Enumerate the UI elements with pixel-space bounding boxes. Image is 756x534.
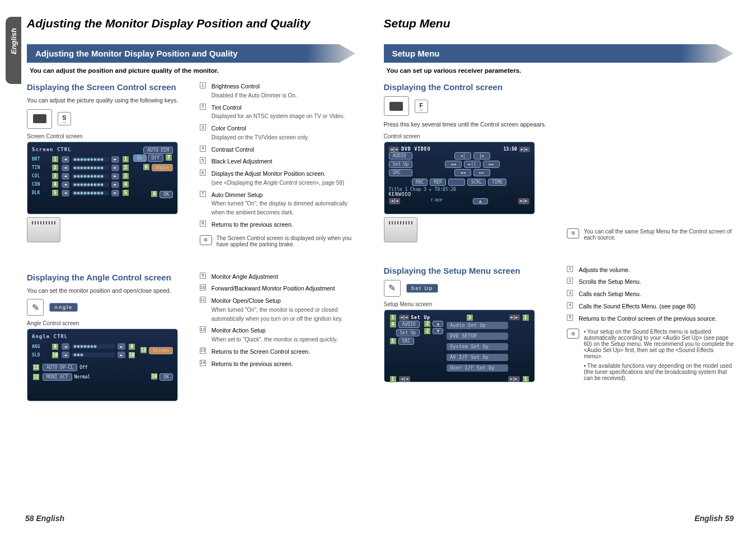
page-title-right: Setup Menu [384,17,734,30]
con-label: CON [32,182,49,187]
time-button: TIME [488,179,506,186]
pbc-button: PBC [412,179,428,186]
device-icon-right [384,96,409,116]
menu-system-setup: System Set Up [447,343,508,350]
page-title-left: Adjusting the Monitor Display Position a… [27,17,356,30]
callout-9b: 9 [129,344,135,350]
num-6: 6 [200,170,206,176]
callout-8: 8 [151,191,157,197]
left-arrow-icon-4: ◄ [62,181,69,188]
screenshot-label-4: Setup Menu screen [384,301,551,307]
angle-button: Angle [152,164,173,171]
screen-control-heading: Displaying the Screen Control screen [27,82,183,92]
auto-dim-button: AUTO DIM [143,147,173,154]
right-arrow-icon-5: ► [111,190,119,196]
ctrl-src-button: SRC [389,169,413,176]
callout-10a: 10 [52,352,58,358]
callout-3b: 3 [123,173,129,179]
num-8: 8 [200,221,206,227]
side-src-button: SRC [398,338,414,345]
control-screen-body: Press this key several times until the C… [384,120,551,129]
on-button: On [133,154,147,162]
callout-r1a: 1 [390,315,396,321]
ok-button-angle: OK [159,373,173,381]
screenshot-label-3: Control screen [384,133,551,139]
note-text-1: The Screen Control screen is displayed o… [217,235,356,247]
callout-12: 12 [33,374,39,380]
screen-label-anglectrl: Angle CTRL [32,334,68,339]
note-icon-right-2: ⊞ [567,329,579,339]
ang-label: ANG [32,344,49,349]
auto-opcl-button: AUTO OP-CL [43,364,77,371]
brand-label: KENWOOD [389,192,530,197]
right-arrow-icon-sld: ► [118,352,125,358]
dvd-video-label: DVD VIDEO [401,147,430,152]
brt-label: BRT [32,157,49,162]
rnum-1: 1 [567,266,573,272]
callout-1a: 1 [52,156,58,162]
num-12: 12 [200,326,206,332]
num-10: 10 [200,284,206,291]
control-screen-screenshot: ◄|◄ DVD VIDEO 13:50 ►|► AUDIO Set Up SRC [384,142,535,214]
f-key-button: F [415,100,428,113]
angle-label-button: Angle [49,303,78,312]
callout-r1c: 1 [390,376,396,382]
screenshot-label-2: Angle Control screen [27,320,183,326]
angle-control-heading: Displaying the Angle Control screen [27,273,183,282]
side-audio-button: AUDIO [398,321,420,328]
callout-4b: 4 [123,181,129,188]
num-5: 5 [200,157,206,163]
callout-11: 11 [33,364,39,371]
callout-4a: 4 [52,181,58,188]
callout-14: 14 [151,373,157,380]
s-key-button: S [58,112,71,125]
screenshot-label-1: Screen Control screen [27,133,183,139]
side-setup-button: Set Up [396,329,420,336]
num-9: 9 [200,273,206,279]
num-4: 4 [200,146,206,152]
setup-title: Set Up [411,315,430,320]
tin-label: TIN [32,165,49,170]
rnum-2: 2 [567,278,573,284]
callout-r3: 3 [467,315,473,321]
callout-13: 13 [140,347,147,353]
callout-2a: 2 [52,165,58,171]
sld-label: SLD [32,353,49,358]
rnum-4: 4 [567,302,573,308]
moni-act-value: Normal [74,374,91,380]
callout-5b: 5 [123,190,129,196]
right-arrow-icon-3: ► [111,173,119,180]
right-arrow-icon-4: ► [111,181,119,188]
screen-control-screenshot: Screen CTRL AUTO DIM BRT 1 ◄ [27,142,178,214]
angle-control-screenshot: Angle CTRL ANG 9 ◄ ► 9 [27,329,178,401]
screen-button-angle: Screen [149,347,173,354]
ok-button: OK [159,191,173,198]
page-footer-right: English 59 [694,514,734,523]
setup-menu-heading: Displaying the Setup Menu screen [384,266,551,275]
callout-5a: 5 [52,190,58,196]
section-subtitle-right: You can set up various receiver paramete… [384,67,734,74]
left-arrow-icon-2: ◄ [62,165,69,171]
right-arrow-icon: ► [111,156,119,163]
setup-screen-icon: ✎ [384,280,401,297]
trep-label: T-REP [430,198,442,204]
menu-av-setup: AV I/F Set Up [447,354,508,361]
callout-2b: 2 [123,165,129,171]
keypad-icon-right [384,217,417,242]
num-1: 1 [200,82,206,88]
section-subtitle-left: You can adjust the position and picture … [27,67,356,74]
off-button: Off [148,154,163,162]
note-icon: ⊞ [200,235,212,245]
angle-control-body: You can set the monitor position and ope… [27,287,183,295]
callout-6: 6 [143,164,149,170]
section-banner-left: Adjusting the Monitor Display Position a… [27,44,356,63]
left-arrow-icon-sld: ◄ [62,352,69,358]
angle-icon: ✎ [27,299,44,316]
num-3: 3 [200,124,206,130]
menu-audio-setup: Audio Set Up [447,322,508,329]
time-label: 13:50 [504,147,517,152]
num-2: 2 [200,104,206,110]
rep-button: REP [430,179,445,186]
callout-r1b: 1 [523,315,529,321]
callout-r1d: 1 [523,376,529,382]
